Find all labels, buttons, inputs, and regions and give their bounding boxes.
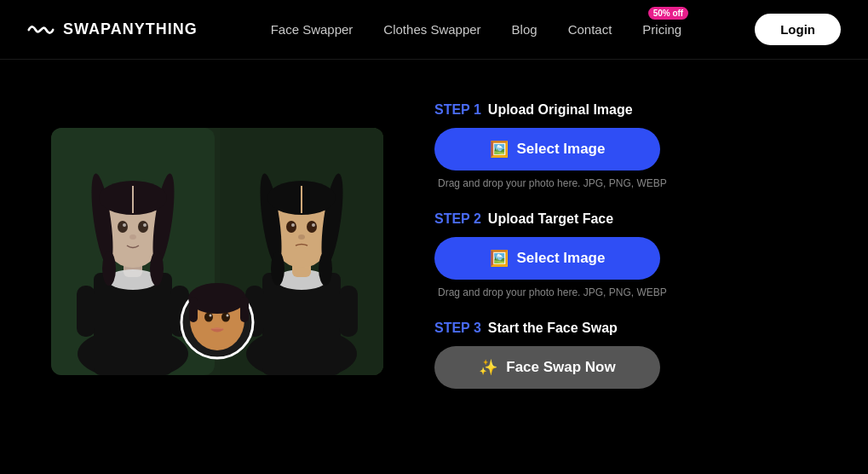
svg-point-37 <box>312 223 315 227</box>
nav-blog[interactable]: Blog <box>512 22 537 37</box>
logo-icon <box>27 21 55 38</box>
pricing-badge: 50% off <box>648 7 689 20</box>
step-2-label: STEP 2 Upload Target Face <box>434 211 817 227</box>
step-3-label: STEP 3 Start the Face Swap <box>434 321 817 336</box>
nav-clothes-swapper[interactable]: Clothes Swapper <box>383 22 480 37</box>
svg-point-19 <box>129 234 136 240</box>
face-swap-label: Face Swap Now <box>506 359 615 376</box>
step-3-title: Start the Face Swap <box>488 321 618 336</box>
svg-rect-24 <box>339 286 358 337</box>
svg-rect-44 <box>240 297 249 322</box>
select-image-2-button[interactable]: 🖼️ Select Image <box>434 237 660 280</box>
image-icon-2: 🖼️ <box>490 249 509 268</box>
step-3-number: STEP 3 <box>434 321 481 336</box>
nav-pricing[interactable]: Pricing <box>642 22 681 37</box>
svg-point-29 <box>271 251 285 286</box>
demo-image-wrapper <box>51 128 383 375</box>
nav-contact[interactable]: Contact <box>568 22 612 37</box>
svg-point-47 <box>210 315 212 317</box>
step-2-number: STEP 2 <box>434 211 481 227</box>
svg-point-15 <box>118 221 128 233</box>
svg-point-31 <box>319 251 332 286</box>
stars-icon: ✨ <box>479 358 497 377</box>
select-image-2-label: Select Image <box>517 250 606 267</box>
svg-rect-4 <box>77 286 95 337</box>
svg-point-35 <box>307 221 317 233</box>
step-1-row: STEP 1 Upload Original Image 🖼️ Select I… <box>434 102 817 205</box>
step-3-row: STEP 3 Start the Face Swap ✨ Face Swap N… <box>434 321 817 389</box>
step-2-row: STEP 2 Upload Target Face 🖼️ Select Imag… <box>434 211 817 314</box>
drag-hint-1: Drag and drop your photo here. JPG, PNG,… <box>434 177 817 189</box>
select-image-1-label: Select Image <box>517 141 606 158</box>
main-content: STEP 1 Upload Original Image 🖼️ Select I… <box>0 60 868 474</box>
step-1-number: STEP 1 <box>434 102 481 118</box>
steps-panel: STEP 1 Upload Original Image 🖼️ Select I… <box>434 94 817 396</box>
svg-point-12 <box>150 251 164 286</box>
step-1-title: Upload Original Image <box>488 102 633 118</box>
svg-rect-43 <box>189 297 198 322</box>
svg-point-34 <box>286 221 296 233</box>
step-2-title: Upload Target Face <box>488 211 613 227</box>
face-swap-button[interactable]: ✨ Face Swap Now <box>434 346 660 389</box>
navbar: SWAPANYTHING Face Swapper Clothes Swappe… <box>0 0 868 60</box>
logo-area: SWAPANYTHING <box>27 20 198 38</box>
svg-point-46 <box>221 313 230 322</box>
select-image-1-button[interactable]: 🖼️ Select Image <box>434 128 660 171</box>
svg-point-45 <box>204 313 213 322</box>
login-button[interactable]: Login <box>755 14 841 45</box>
logo-text: SWAPANYTHING <box>63 20 198 38</box>
nav-pricing-wrapper: Pricing 50% off <box>642 22 681 37</box>
svg-point-10 <box>102 251 116 286</box>
demo-canvas <box>51 128 383 375</box>
svg-point-48 <box>227 315 229 317</box>
svg-point-16 <box>138 221 148 233</box>
step-1-label: STEP 1 Upload Original Image <box>434 102 817 118</box>
svg-point-18 <box>143 223 147 227</box>
svg-point-38 <box>298 234 305 240</box>
svg-point-17 <box>123 223 126 227</box>
nav-face-swapper[interactable]: Face Swapper <box>271 22 354 37</box>
svg-point-36 <box>291 223 295 227</box>
drag-hint-2: Drag and drop your photo here. JPG, PNG,… <box>434 286 817 298</box>
nav-links: Face Swapper Clothes Swapper Blog Contac… <box>271 22 682 37</box>
image-icon-1: 🖼️ <box>490 140 509 159</box>
